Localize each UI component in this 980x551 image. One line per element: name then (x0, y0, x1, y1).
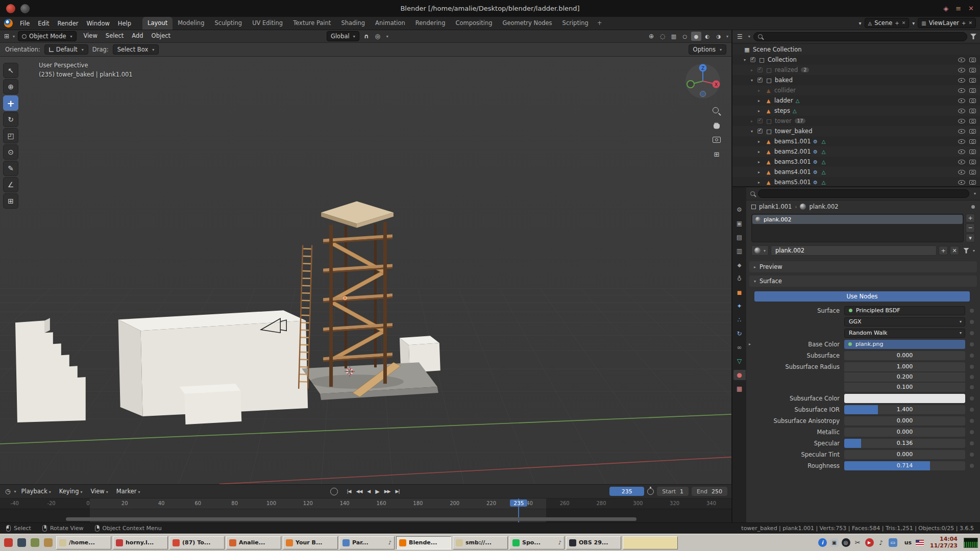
properties-tab[interactable] (733, 356, 746, 366)
tray-icon[interactable] (818, 538, 827, 547)
animate-dot[interactable] (970, 342, 974, 346)
options-caret-icon[interactable]: ▾ (974, 191, 976, 196)
tool-button[interactable] (3, 79, 18, 94)
properties-tab[interactable] (733, 205, 746, 215)
outliner-row[interactable]: ▸ tower 17 (732, 116, 980, 126)
property-field[interactable]: GGX ▾ (844, 317, 965, 327)
disable-render-toggle[interactable] (969, 109, 976, 113)
taskbar-window-button[interactable]: Your B... (283, 536, 338, 549)
window-app-icon[interactable] (6, 4, 15, 13)
workspace-tab[interactable]: Scripting (557, 17, 594, 30)
transport-button[interactable] (365, 488, 372, 495)
properties-tab[interactable] (733, 260, 746, 270)
properties-tab[interactable] (733, 342, 746, 353)
header-toggle-icon[interactable] (714, 32, 724, 41)
property-field[interactable]: 0.000 ▾ (844, 416, 965, 425)
animate-dot[interactable] (970, 396, 974, 400)
property-field[interactable]: plank.png ▾ (844, 340, 965, 349)
hide-viewport-toggle[interactable] (958, 160, 965, 164)
animate-dot[interactable] (970, 464, 974, 468)
scene-selector[interactable]: ◬ Scene + ✕ (865, 18, 910, 28)
outliner-row[interactable]: ▸ beams2.001 (732, 146, 980, 157)
outliner-row[interactable]: ▸ realized 2 (732, 65, 980, 75)
expand-toggle[interactable]: ▸ (751, 68, 757, 72)
header-toggle-icon[interactable] (702, 32, 713, 41)
properties-tab[interactable] (733, 246, 746, 256)
menu-item[interactable]: Edit (34, 18, 53, 29)
expand-toggle[interactable]: ▸ (758, 88, 765, 93)
disable-render-toggle[interactable] (969, 170, 976, 174)
filter-icon[interactable] (963, 248, 969, 254)
unlink-scene-icon[interactable]: ✕ (902, 20, 906, 26)
expand-toggle[interactable]: ▸ (758, 170, 765, 174)
expand-toggle[interactable]: ▾ (751, 129, 757, 134)
properties-tab[interactable] (733, 329, 746, 339)
menu-item[interactable]: Marker▾ (112, 486, 144, 496)
navigation-gizmo[interactable]: Z X (679, 60, 726, 108)
timeline-canvas[interactable]: -40-200204060801001201401601802002202402… (0, 498, 731, 522)
current-frame-field[interactable]: 235 (609, 487, 644, 496)
property-field[interactable]: Principled BSDF ▾ (844, 306, 965, 315)
transport-button[interactable] (373, 487, 381, 496)
taskbar-window-button[interactable]: smb://... (453, 536, 508, 549)
view-layer-selector[interactable]: ▥ ViewLayer + ✕ (918, 18, 976, 28)
mode-selector[interactable]: Object Mode ▾ (18, 31, 76, 41)
hide-viewport-toggle[interactable] (958, 109, 965, 113)
expand-icon[interactable]: ▸ (746, 342, 753, 346)
animate-dot[interactable] (970, 375, 974, 379)
hide-viewport-toggle[interactable] (958, 68, 965, 72)
properties-tab[interactable] (733, 273, 746, 284)
collection-checkbox[interactable] (757, 129, 763, 134)
editor-type-icon[interactable]: ☰ (736, 33, 744, 40)
animate-dot[interactable] (970, 320, 974, 324)
properties-tab[interactable] (733, 301, 746, 311)
editor-type-icon[interactable]: ⊞ (3, 33, 10, 40)
tool-button[interactable] (3, 63, 18, 78)
add-slot-button[interactable]: + (966, 214, 975, 222)
expand-toggle[interactable]: ▾ (744, 58, 750, 62)
expand-toggle[interactable]: ▸ (751, 119, 757, 123)
workspace-tab[interactable]: Shading (336, 17, 370, 30)
unlink-material-button[interactable]: ✕ (950, 246, 959, 255)
tool-button[interactable] (3, 161, 18, 176)
pin-window-icon[interactable]: ◈ (943, 5, 948, 12)
header-toggle-icon[interactable] (361, 32, 372, 41)
tool-button[interactable] (3, 112, 18, 127)
outliner-row[interactable]: ▾ tower_baked (732, 126, 980, 136)
outliner-row[interactable]: ▾ baked (732, 75, 980, 85)
disable-render-toggle[interactable] (969, 98, 976, 103)
workspace-tab[interactable]: UV Editing (247, 17, 288, 30)
workspace-tab[interactable]: Animation (370, 17, 410, 30)
keyboard-layout-indicator[interactable]: us (902, 539, 914, 546)
property-field[interactable]: 0.714 ▾ (844, 461, 965, 470)
filter-icon[interactable] (970, 34, 976, 39)
transport-button[interactable] (354, 488, 364, 495)
menu-item[interactable]: View▾ (86, 486, 112, 496)
transport-button[interactable] (382, 488, 393, 495)
close-icon[interactable]: ✕ (968, 5, 974, 12)
menu-item[interactable]: Keying▾ (55, 486, 87, 496)
expand-toggle[interactable]: ▸ (758, 180, 765, 185)
disable-render-toggle[interactable] (969, 119, 976, 123)
header-toggle-icon[interactable] (669, 32, 679, 41)
outliner-row[interactable]: ▸ beams1.001 (732, 136, 980, 146)
taskbar-window-button[interactable]: (87) To... (169, 536, 225, 549)
viewlayer-browse-icon[interactable]: ▾ (912, 20, 915, 26)
taskbar-window-button[interactable]: /home... (56, 536, 111, 549)
options-dropdown[interactable]: Options ▾ (689, 44, 726, 55)
pin-id-icon[interactable] (971, 205, 975, 209)
specials-caret-icon[interactable]: ▾ (973, 248, 975, 253)
window-menu-icon[interactable]: ≡ (955, 5, 961, 12)
hide-viewport-toggle[interactable] (958, 149, 965, 154)
hide-viewport-toggle[interactable] (958, 129, 965, 134)
outliner-row[interactable]: ▸ beams3.001 (732, 157, 980, 167)
tool-button[interactable] (3, 144, 18, 160)
menu-item[interactable]: Render (54, 18, 83, 29)
menu-item[interactable]: Help (114, 18, 135, 29)
remove-view-layer-icon[interactable]: ✕ (968, 20, 972, 26)
expand-toggle[interactable]: ▸ (758, 160, 765, 164)
disable-render-toggle[interactable] (969, 68, 976, 72)
tool-button[interactable] (3, 177, 18, 192)
taskbar-window-button[interactable]: Spo... (509, 536, 565, 549)
breadcrumb-material[interactable]: plank.002 (809, 203, 838, 210)
